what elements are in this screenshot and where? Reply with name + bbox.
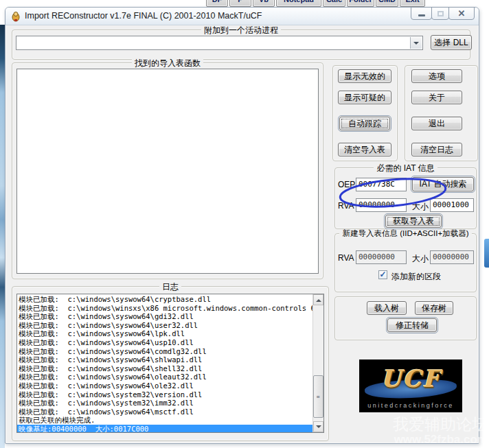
iat-autosearch-button[interactable]: IAT 自动搜索	[412, 177, 474, 191]
log-entry[interactable]: 模块已加载: c:\windows\syswow64\shlwapi.dll	[17, 355, 312, 364]
options-button[interactable]: 选项	[411, 69, 462, 83]
new-size-label: 大小	[412, 253, 429, 265]
quick-launch-notepad-button[interactable]: Notepad	[276, 0, 321, 7]
iat-size-input[interactable]: 00001000	[430, 198, 474, 212]
minimize-button[interactable]	[411, 7, 432, 20]
log-entry[interactable]: 模块已加载: c:\windows\winsxs\x86_microsoft.w…	[17, 304, 312, 313]
ucf-logo-text: UCF	[359, 365, 462, 392]
log-vertical-scrollbar[interactable]: ≡	[312, 294, 323, 432]
background-window-left-sliver	[0, 25, 5, 448]
log-listbox[interactable]: 模块已加载: c:\windows\syswow64\cryptbase.dll…	[16, 294, 324, 433]
oep-label: OEP	[338, 180, 355, 189]
quick-launch-vb-button[interactable]: Vb	[253, 0, 275, 7]
log-entry[interactable]: 模块已加载: c:\windows\syswow64\oleaut32.dll	[17, 373, 312, 381]
clear-log-button[interactable]: 清空日志	[411, 143, 462, 156]
get-imports-button[interactable]: 获取导入表	[385, 215, 442, 228]
log-entry[interactable]: 模块已加载: c:\windows\syswow64\lpk.dll	[17, 329, 312, 338]
log-group-title: 日志	[159, 282, 181, 292]
fix-dump-button[interactable]: 修正转储	[387, 318, 437, 332]
ucf-logo: UCF unitedcrackingforce	[359, 359, 462, 412]
about-button[interactable]: 关于	[411, 91, 462, 104]
pick-dll-button[interactable]: 选择 DLL	[431, 35, 472, 50]
log-entry[interactable]: 模块已加载: c:\windows\syswow64\comdlg32.dll	[17, 347, 312, 356]
quick-launch-exit-button[interactable]: Exit	[400, 0, 425, 7]
log-entry[interactable]: 模块已加载: c:\windows\syswow64\usp10.dll	[17, 338, 312, 347]
scrollbar-grip-icon: ≡	[317, 394, 320, 400]
scrollbar-thumb[interactable]: ≡	[313, 375, 323, 418]
imports-treeview[interactable]	[16, 69, 319, 274]
add-section-checkbox[interactable]: ✓	[378, 270, 387, 279]
log-entry[interactable]: 模块已加载: c:\windows\system32\version.dll	[17, 390, 312, 399]
show-suspect-button[interactable]: 显示可疑的	[338, 91, 391, 104]
show-invalid-button[interactable]: 显示无效的	[338, 69, 391, 83]
background-window-right-sliver	[484, 239, 489, 268]
log-list: 模块已加载: c:\windows\syswow64\cryptbase.dll…	[17, 295, 312, 432]
quick-launch-calc-button[interactable]: Calc	[323, 0, 345, 7]
log-entry[interactable]: 模块已加载: c:\windows\syswow64\msctf.dll	[17, 408, 312, 416]
log-entry[interactable]: 模块已加载: c:\windows\syswow64\cryptbase.dll	[17, 295, 312, 304]
iat-rva-label: RVA	[338, 201, 354, 211]
log-entry[interactable]: 模块已加载: c:\windows\syswow64\gdi32.dll	[17, 312, 312, 321]
oep-input[interactable]: 0007738C	[356, 178, 407, 191]
scroll-down-button[interactable]	[313, 421, 323, 432]
scroll-up-icon	[316, 296, 321, 302]
new-rva-input[interactable]: 00000000	[356, 250, 407, 264]
scroll-down-icon	[316, 425, 321, 431]
quick-launch-strip: DFPVbNotepadCalcFolderCMDExit	[0, 0, 489, 7]
attach-group-title: 附加到一个活动进程	[201, 25, 281, 35]
ucf-logo-subtext: unitedcrackingforce	[359, 402, 462, 409]
quick-launch-folder-button[interactable]: Folder	[347, 0, 374, 7]
combo-dropdown-icon[interactable]	[410, 37, 422, 49]
quick-launch-p-button[interactable]: P	[229, 0, 251, 7]
titlebar[interactable]: Import REConstructor v1.7e FINAL (C) 200…	[5, 8, 479, 25]
log-entry[interactable]: 模块已加载: c:\windows\syswow64\user32.dll	[17, 321, 312, 330]
maximize-icon	[437, 11, 444, 16]
minimize-icon	[418, 14, 425, 16]
found-imports-title: 找到的导入表函数	[132, 58, 203, 68]
window-controls: ✕	[411, 7, 475, 20]
screenshot-stage: DFPVbNotepadCalcFolderCMDExit Import REC…	[0, 0, 489, 448]
log-entry-selected[interactable]: 映像基址:00400000 大小:0017C000	[17, 425, 312, 433]
scroll-up-button[interactable]	[313, 294, 323, 305]
new-size-input[interactable]: 00000000	[430, 250, 474, 264]
iat-group-title: 必需的 IAT 信息	[374, 163, 437, 173]
log-entry[interactable]: 模块已加载: c:\windows\syswow64\shell32.dll	[17, 364, 312, 373]
close-icon: ✕	[458, 8, 466, 19]
auto-trace-button[interactable]: 自动跟踪	[339, 117, 390, 130]
add-section-label: 添加新的区段	[391, 271, 441, 283]
maximize-button[interactable]	[431, 7, 449, 20]
iat-size-label: 大小	[412, 201, 429, 213]
log-entry[interactable]: 获取已关联的模块完成.	[17, 416, 312, 425]
iat-rva-input[interactable]: 00000000	[356, 198, 407, 212]
log-entry[interactable]: 模块已加载: c:\windows\system32\imm32.dll	[17, 399, 312, 408]
save-tree-button[interactable]: 保存树	[415, 301, 453, 315]
new-rva-label: RVA	[338, 253, 354, 263]
quick-launch-cmd-button[interactable]: CMD	[376, 0, 398, 7]
new-import-title: 新建导入表信息 (IID+ASCII+加载器)	[339, 229, 471, 237]
window-title: Import REConstructor v1.7e FINAL (C) 200…	[25, 11, 262, 21]
close-button[interactable]: ✕	[448, 7, 475, 20]
load-tree-button[interactable]: 载入树	[367, 301, 407, 315]
log-entry[interactable]: 模块已加载: c:\windows\syswow64\ole32.dll	[17, 381, 312, 390]
clear-imports-button[interactable]: 清空导入表	[338, 143, 391, 156]
exit-button[interactable]: 退出	[411, 117, 462, 130]
quick-launch-df-button[interactable]: DF	[206, 0, 228, 7]
app-icon	[10, 11, 21, 22]
process-combobox[interactable]: c:\users\administrator\desktop\rmvbfix.e…	[16, 36, 423, 50]
